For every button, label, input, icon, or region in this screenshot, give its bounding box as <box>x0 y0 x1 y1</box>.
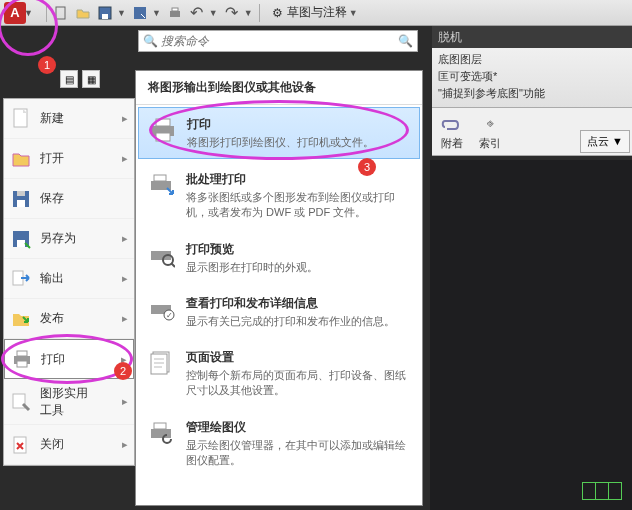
close-doc-icon <box>10 434 32 456</box>
svg-rect-9 <box>17 191 25 196</box>
search-input[interactable] <box>161 34 398 48</box>
point-cloud-dropdown[interactable]: 点云 ▼ <box>580 130 630 153</box>
annotation-badge-3: 3 <box>358 158 376 176</box>
index-button[interactable]: ⎆ 索引 <box>476 112 504 151</box>
menu-publish[interactable]: 发布▸ <box>4 299 134 339</box>
svg-rect-15 <box>17 361 27 367</box>
page-setup-icon <box>148 349 176 377</box>
open-icon[interactable] <box>75 5 91 21</box>
plotter-manage-icon <box>148 419 176 447</box>
submenu-print-details[interactable]: ✓ 查看打印和发布详细信息显示有关已完成的打印和发布作业的信息。 <box>136 285 422 339</box>
chevron-down-icon: ▼ <box>349 8 358 18</box>
redo-icon[interactable]: ↷ <box>224 5 240 21</box>
open-folder-icon <box>10 148 32 170</box>
menu-new[interactable]: 新建▸ <box>4 99 134 139</box>
workspace-switcher[interactable]: ⚙ 草图与注释 ▼ <box>266 4 364 21</box>
svg-rect-11 <box>17 240 25 247</box>
menu-close[interactable]: 关闭▸ <box>4 425 134 465</box>
doc-list-icon: ▤ <box>60 70 78 88</box>
recent-toggle[interactable]: ▤ ▦ <box>60 70 100 88</box>
svg-rect-0 <box>56 7 65 19</box>
svg-rect-22 <box>154 175 166 181</box>
svg-rect-19 <box>156 119 170 126</box>
drawing-canvas[interactable] <box>430 160 632 510</box>
menu-export[interactable]: 输出▸ <box>4 259 134 299</box>
index-icon: ⎆ <box>476 112 504 134</box>
svg-rect-5 <box>172 8 178 11</box>
title-bar: A ▼ ▼ ▼ ↶▼ ↷▼ ⚙ 草图与注释 ▼ <box>0 0 632 26</box>
svg-rect-8 <box>17 200 25 207</box>
svg-text:✓: ✓ <box>166 311 173 320</box>
menu-open[interactable]: 打开▸ <box>4 139 134 179</box>
printer-icon <box>11 348 33 370</box>
submenu-manage-plotter[interactable]: 管理绘图仪显示绘图仪管理器，在其中可以添加或编辑绘图仪配置。 <box>136 409 422 479</box>
menu-utilities[interactable]: 图形实用 工具▸ <box>4 379 134 425</box>
printer-info-icon: ✓ <box>148 295 176 323</box>
printer-preview-icon <box>148 241 176 269</box>
publish-icon <box>10 308 32 330</box>
submenu-page-setup[interactable]: 页面设置控制每个新布局的页面布局、打印设备、图纸尺寸以及其他设置。 <box>136 339 422 409</box>
right-tab[interactable]: 脱机 <box>432 26 632 48</box>
svg-rect-29 <box>151 354 167 374</box>
gear-icon: ⚙ <box>272 6 283 20</box>
menu-save[interactable]: 保存 <box>4 179 134 219</box>
printer-large-icon <box>149 116 177 144</box>
new-icon[interactable] <box>53 5 69 21</box>
svg-rect-31 <box>154 423 166 429</box>
submenu-print[interactable]: 打印将图形打印到绘图仪、打印机或文件。 <box>138 107 420 159</box>
submenu-batch-print[interactable]: 批处理打印将多张图纸或多个图形发布到绘图仪或打印机，或者发布为 DWF 或 PD… <box>136 161 422 231</box>
export-icon <box>10 268 32 290</box>
undo-icon[interactable]: ↶ <box>189 5 205 21</box>
floppy-icon <box>10 188 32 210</box>
workspace-label: 草图与注释 <box>287 4 347 21</box>
wrench-icon <box>10 391 32 413</box>
search-go-icon[interactable]: 🔍 <box>398 34 413 48</box>
submenu-print-preview[interactable]: 打印预览显示图形在打印时的外观。 <box>136 231 422 285</box>
saveas-icon[interactable] <box>132 5 148 21</box>
attach-button[interactable]: 附着 <box>438 112 466 151</box>
svg-rect-4 <box>170 11 180 17</box>
new-doc-icon <box>10 108 32 130</box>
svg-rect-30 <box>151 429 171 438</box>
app-logo[interactable]: A <box>4 2 26 24</box>
options-label: 匡可变选项* <box>438 69 497 84</box>
svg-rect-2 <box>102 14 108 19</box>
application-menu: 新建▸ 打开▸ 保存 另存为▸ 输出▸ 发布▸ 打印▸ 图形实用 工具▸ 关闭▸ <box>3 98 135 466</box>
doc-grid-icon: ▦ <box>82 70 100 88</box>
svg-rect-20 <box>156 133 170 141</box>
app-menu-dropdown-icon[interactable]: ▼ <box>24 8 33 18</box>
annotation-badge-2: 2 <box>114 362 132 380</box>
search-box[interactable]: 🔍 🔍 <box>138 30 418 52</box>
snap-label: "捕捉到参考底图"功能 <box>438 86 545 101</box>
printer-batch-icon <box>148 171 176 199</box>
clip-icon <box>438 112 466 134</box>
menu-saveas[interactable]: 另存为▸ <box>4 219 134 259</box>
search-icon: 🔍 <box>143 34 158 48</box>
save-icon[interactable] <box>97 5 113 21</box>
floppy-arrow-icon <box>10 228 32 250</box>
svg-rect-14 <box>17 351 27 356</box>
drawing-geometry <box>583 482 622 504</box>
print-icon[interactable] <box>167 5 183 21</box>
layer-label: 底图图层 <box>438 52 482 67</box>
annotation-badge-1: 1 <box>38 56 56 74</box>
print-submenu: 将图形输出到绘图仪或其他设备 打印将图形打印到绘图仪、打印机或文件。 批处理打印… <box>135 70 423 506</box>
submenu-heading: 将图形输出到绘图仪或其他设备 <box>136 71 422 105</box>
